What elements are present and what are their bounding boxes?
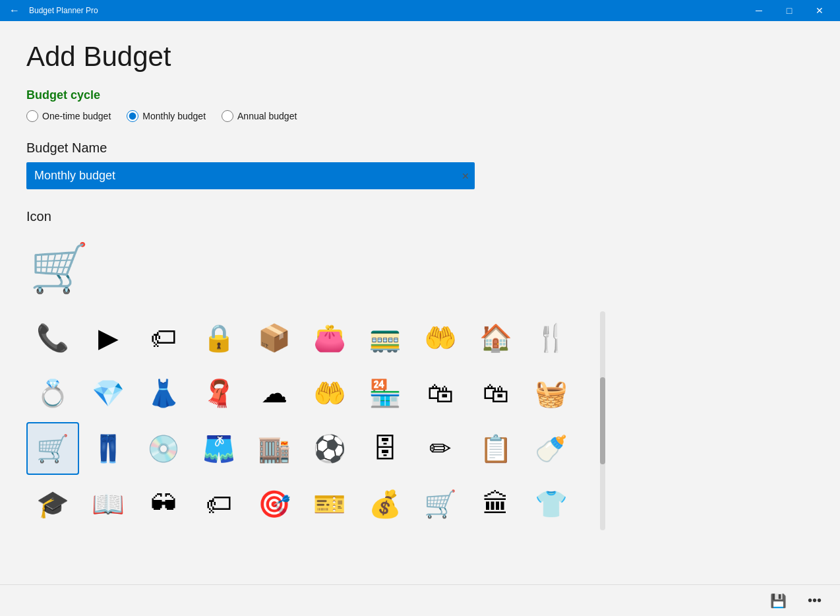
price-tag-icon[interactable]: 🏷 xyxy=(137,311,190,364)
minimize-button[interactable]: ─ xyxy=(744,0,774,21)
scrollbar-thumb[interactable] xyxy=(600,377,605,465)
gem-icon[interactable]: 💎 xyxy=(82,367,135,419)
clear-input-button[interactable]: ✕ xyxy=(462,171,469,181)
title-bar: ← Budget Planner Pro ─ □ ✕ xyxy=(0,0,840,21)
clipboard-icon[interactable]: 📋 xyxy=(469,422,522,475)
more-options-button[interactable]: ••• xyxy=(802,590,827,611)
icon-section-label: Icon xyxy=(26,209,814,224)
tag-icon[interactable]: 🏷 xyxy=(193,477,245,530)
budget-cycle-label: Budget cycle xyxy=(26,88,814,102)
cloud-lock-icon[interactable]: ☁ xyxy=(248,367,301,419)
green-bag-icon[interactable]: 🛍 xyxy=(414,367,467,419)
back-button[interactable]: ← xyxy=(5,2,24,19)
maximize-button[interactable]: □ xyxy=(774,0,804,21)
save-button[interactable]: 💾 xyxy=(765,590,792,611)
open-hands-icon[interactable]: 🤲 xyxy=(303,367,356,419)
icon-grid: 📞▶🏷🔒📦👛🚃🤲🏠🍴💍💎👗🧣☁🤲🏪🛍🛍🧺🛒👖💿🩳🏬⚽🗄✏📋🍼🎓📖🕶🏷🎯🎫💰🛒🏛👕 xyxy=(26,311,593,530)
stroller-icon[interactable]: 🍼 xyxy=(525,422,578,475)
radio-annual-label: Annual budget xyxy=(237,111,297,121)
soccer-icon[interactable]: ⚽ xyxy=(303,422,356,475)
budget-name-field-wrapper: ✕ xyxy=(26,162,475,189)
title-bar-left: ← Budget Planner Pro xyxy=(5,2,98,19)
radio-monthly[interactable]: Monthly budget xyxy=(127,110,206,122)
budget-name-input[interactable] xyxy=(26,162,475,189)
budget-cycle-radio-group: One-time budget Monthly budget Annual bu… xyxy=(26,110,814,122)
radio-one-time[interactable]: One-time budget xyxy=(26,110,111,122)
radio-annual[interactable]: Annual budget xyxy=(222,110,297,122)
scarf-icon[interactable]: 🧣 xyxy=(193,367,245,419)
budget-name-label: Budget Name xyxy=(26,140,814,156)
mall-icon[interactable]: 🏬 xyxy=(248,422,301,475)
train-icon[interactable]: 🚃 xyxy=(359,311,411,364)
dress-icon[interactable]: 👗 xyxy=(137,367,190,419)
ticket-icon[interactable]: 🎫 xyxy=(303,477,356,530)
radio-one-time-input[interactable] xyxy=(26,110,38,122)
bank-icon[interactable]: 🏛 xyxy=(469,477,522,530)
icon-scroll-wrapper: 📞▶🏷🔒📦👛🚃🤲🏠🍴💍💎👗🧣☁🤲🏪🛍🛍🧺🛒👖💿🩳🏬⚽🗄✏📋🍼🎓📖🕶🏷🎯🎫💰🛒🏛👕 xyxy=(26,311,593,530)
package-icon[interactable]: 📦 xyxy=(248,311,301,364)
radio-monthly-label: Monthly budget xyxy=(142,111,206,121)
bracelet-icon[interactable]: 💿 xyxy=(137,422,190,475)
scrollbar-track xyxy=(600,311,605,530)
radio-one-time-label: One-time budget xyxy=(42,111,111,121)
page-title: Add Budget xyxy=(26,41,814,73)
pencil-icon[interactable]: ✏ xyxy=(414,422,467,475)
pants-icon[interactable]: 👖 xyxy=(82,422,135,475)
house-dollar-icon[interactable]: 🏠 xyxy=(469,311,522,364)
bottom-bar: 💾 ••• xyxy=(0,584,840,616)
lock-icon[interactable]: 🔒 xyxy=(193,311,245,364)
shirt-icon[interactable]: 👕 xyxy=(525,477,578,530)
blue-bag-icon[interactable]: 🛍 xyxy=(469,367,522,419)
fork-knife-icon[interactable]: 🍴 xyxy=(525,311,578,364)
radio-annual-input[interactable] xyxy=(222,110,233,122)
cart-icon[interactable]: 🛒 xyxy=(26,422,79,475)
store-icon[interactable]: 🏪 xyxy=(359,367,411,419)
app-title: Budget Planner Pro xyxy=(29,6,98,15)
sql-icon[interactable]: 🗄 xyxy=(359,422,411,475)
graduate-icon[interactable]: 🎓 xyxy=(26,477,79,530)
ring-icon[interactable]: 💍 xyxy=(26,367,79,419)
hands-icon[interactable]: 🤲 xyxy=(414,311,467,364)
selected-icon-display: 🛒 xyxy=(26,235,92,301)
glasses-icon[interactable]: 🕶 xyxy=(137,477,190,530)
cart2-icon[interactable]: 🛒 xyxy=(414,477,467,530)
window-controls: ─ □ ✕ xyxy=(744,0,835,21)
skirt-icon[interactable]: 🩳 xyxy=(193,422,245,475)
selected-icon: 🛒 xyxy=(30,240,89,296)
purse-icon[interactable]: 👛 xyxy=(303,311,356,364)
contact-icon[interactable]: 📞 xyxy=(26,311,79,364)
main-content: Add Budget Budget cycle One-time budget … xyxy=(0,21,840,584)
target-icon[interactable]: 🎯 xyxy=(248,477,301,530)
play-icon[interactable]: ▶ xyxy=(82,311,135,364)
radio-monthly-input[interactable] xyxy=(127,110,138,122)
basket-icon[interactable]: 🧺 xyxy=(525,367,578,419)
book-icon[interactable]: 📖 xyxy=(82,477,135,530)
close-button[interactable]: ✕ xyxy=(804,0,835,21)
money-cycle-icon[interactable]: 💰 xyxy=(359,477,411,530)
